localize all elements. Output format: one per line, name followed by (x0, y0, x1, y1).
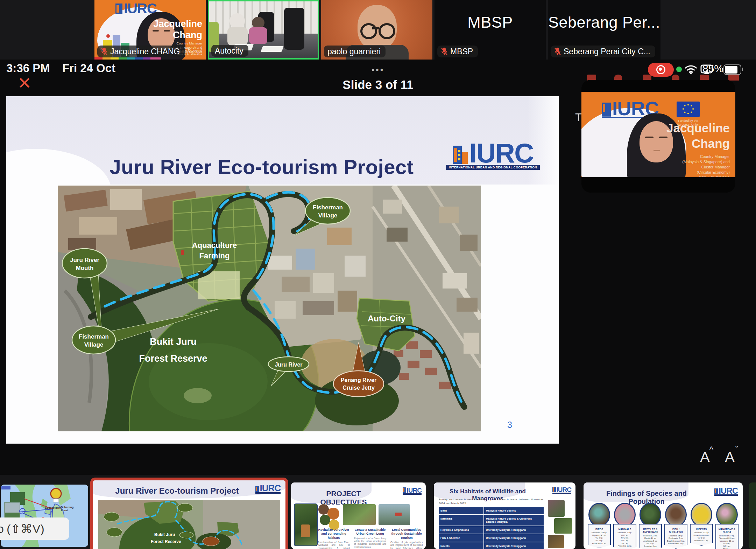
badge-stats: Recorded 168 sp. Migratory 45 sp. VU 2 s… (589, 531, 609, 545)
thumbnail-current-slide[interactable]: Juru River Eco-tourism Project IURC (90, 478, 288, 549)
photo-jetty (379, 504, 410, 525)
iurc-logo: IURC (255, 485, 281, 492)
label-juru-river-mouth: Juru River (70, 257, 99, 263)
table-cell: Birds (439, 507, 483, 514)
objective-heading: Local Communities through Sustainable To… (390, 528, 423, 540)
photo-river-aerial (343, 504, 376, 525)
table-cell: Insects (439, 542, 483, 549)
label-forest-reserve: Forest Reserve (151, 539, 181, 544)
iurc-logo: IURC INTERNATIONAL URBAN AND REGIONAL CO… (446, 143, 540, 170)
participant-name: Autocity (215, 46, 243, 56)
building-icon (602, 103, 611, 117)
font-increase-label: A (700, 449, 709, 465)
person-dark-hair (252, 17, 264, 29)
thumbnail-next-partial[interactable] (749, 482, 756, 549)
species-badge: MAMMALSRecorded 20 sp. VU 2 sp. NT 2 sp.… (613, 503, 636, 549)
building-icon (115, 4, 122, 14)
tile-display-name: MBSP (434, 13, 546, 32)
camera-active-dot (676, 67, 682, 72)
iurc-logo: IURC (115, 3, 157, 14)
table-cell: Fish & Shellfish (439, 534, 483, 542)
map-graphic: Juru River Mouth Fisherman Village Fishe… (58, 186, 481, 431)
thumbnail-habitats[interactable]: Six Habitats of Wildlife and Mangroves I… (434, 482, 575, 549)
font-increase-button[interactable]: A ^ (694, 449, 715, 465)
mic-muted-icon (101, 47, 108, 56)
font-decrease-button[interactable]: A ˇ (719, 449, 740, 465)
habitats-table: BirdsMalaysia Nature Society MammalsMala… (439, 507, 544, 549)
label-fisherman-village-west: Fisherman (79, 333, 109, 340)
video-tile-jacqueline[interactable]: IURC Funded by the European Union Jacque… (94, 0, 206, 60)
label-juru-river: Juru River (275, 362, 302, 368)
label-penang-jetty: Penang River (341, 377, 376, 383)
objective-body: Transformation of Juru River, riverbanks… (318, 541, 350, 549)
building-icon (453, 146, 462, 164)
iurc-logo-text: IURC (124, 3, 157, 14)
label-penang-jetty-2: Cruise Jetty (342, 385, 375, 391)
font-decrease-label: A (725, 449, 734, 465)
annotation-icon-fragment (728, 75, 739, 81)
caret-down-icon: ˇ (735, 445, 738, 454)
person-white-hair (229, 13, 245, 29)
participant-name-label: MBSP (437, 46, 478, 57)
person-body (227, 27, 248, 46)
participant-name-label: paolo guarnieri (324, 46, 386, 57)
habitats-intro: Survey and research were conducted by si… (439, 498, 544, 506)
rainbow-strip (94, 57, 161, 60)
participant-name: MBSP (450, 47, 473, 56)
building-icon (403, 487, 406, 493)
participant-name-label: Jacqueline CHANG (97, 46, 185, 57)
iurc-logo-text: IURC (407, 488, 422, 493)
self-view-window[interactable]: IURC Funded by the European Union Jacque… (581, 80, 735, 193)
wifi-icon (684, 64, 698, 74)
glasses-bridge (372, 27, 379, 29)
person-pink (249, 27, 267, 44)
screen: IURC Funded by the European Union Jacque… (0, 0, 756, 549)
iurc-logo-text: IURC (719, 487, 738, 494)
badge-label: INSECTS (691, 528, 712, 531)
participant-name-label: Seberang Perai City C... (551, 46, 655, 57)
photo-butterfly (548, 535, 564, 548)
shortcut-tooltip: o (⇧⌘V) (0, 517, 69, 540)
table-cell: Malaysia Nature Society (484, 507, 544, 514)
species-badge: BIRDSRecorded 168 sp. Migratory 45 sp. V… (588, 503, 611, 548)
video-tile-mbsp[interactable]: MBSP MBSP (434, 0, 546, 60)
video-tile-seberang[interactable]: Seberang Per... Seberang Perai City C... (548, 0, 660, 60)
badge-label: REPTILES & AMPHIBIANS (640, 528, 660, 534)
boat (395, 513, 402, 516)
more-dots-handle[interactable]: ••• (0, 65, 756, 75)
papers (261, 46, 284, 52)
objective-column-3: Local Communities through Sustainable To… (390, 528, 423, 549)
building-icon (255, 486, 259, 492)
objective-heading: Revitalize Juru River and surrounding ha… (318, 528, 350, 540)
photo-forest (554, 518, 572, 534)
species-badge: REPTILES & AMPHIBIANSRecorded 23 sp. Rep… (639, 503, 662, 549)
boat (301, 524, 310, 537)
table-cell: Reptiles & Amphibians (439, 526, 483, 534)
chair (284, 8, 304, 50)
participant-name-label: Autocity (211, 45, 248, 57)
participant-name: Jacqueline CHANG (110, 47, 180, 56)
participant-strip: IURC Funded by the European Union Jacque… (0, 0, 756, 60)
label-seberang-perai: Seberang Perai (61, 506, 73, 512)
battery-icon (723, 64, 741, 75)
mouth (653, 150, 660, 151)
thumbnail-findings[interactable]: Findings of Species and Population IURC … (584, 482, 743, 549)
label-fisherman-village-east-2: Village (318, 212, 338, 219)
graphic-pin (106, 34, 110, 38)
mic-muted-icon (554, 47, 561, 56)
recording-indicator[interactable] (648, 63, 674, 77)
badge-stats: Recorded 23 sp. Reptile 14 sp. Amphibian… (640, 535, 660, 548)
battery-percent: 85% (702, 63, 721, 75)
video-tile-paolo[interactable]: paolo guarnieri (321, 0, 432, 60)
photo-bird (548, 500, 565, 517)
table-cell: Mammals (439, 515, 483, 526)
video-tile-autocity[interactable]: Autocity (208, 0, 319, 60)
thumbnail-title: Juru River Eco-tourism Project (107, 486, 247, 496)
species-badge: MANGROVE & FLORARecorded 637 sp. Terrest… (715, 503, 739, 549)
overlay-last-name: Chang (153, 29, 202, 41)
objective-heading: Create a Sustainable Urban Green Lung (354, 528, 386, 536)
text-tool-icon[interactable]: T (575, 111, 582, 124)
building-icon (462, 152, 468, 164)
thumbnail-objectives[interactable]: PROJECT OBJECTIVES IURC Revitalize Juru … (291, 482, 426, 549)
label-georgetown: Georgetown (45, 506, 61, 509)
